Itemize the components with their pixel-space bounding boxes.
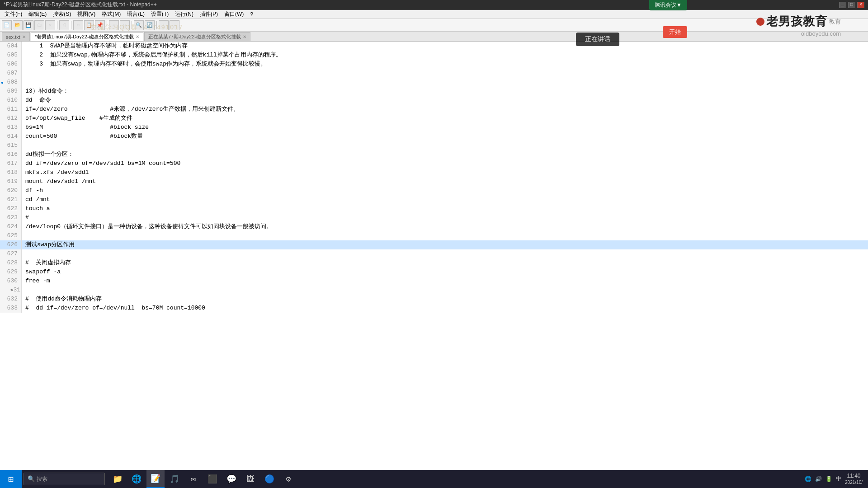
line-619: 619 mount /dev/sdd1 /mnt	[0, 177, 868, 186]
line-num-613: 613	[0, 123, 22, 132]
line-633: 633 # dd if=/dev/zero of=/dev/null bs=70…	[0, 304, 868, 313]
menu-run[interactable]: 运行(N)	[172, 9, 196, 19]
line-624: 624 /dev/loop0（循环文件接口）是一种伪设备，这种设备使得文件可以如…	[0, 222, 868, 231]
line-627: 627	[0, 249, 868, 258]
taskbar-app-media[interactable]: 🎵	[165, 470, 184, 488]
line-620: 620 df -h	[0, 186, 868, 195]
line-num-605: 605	[0, 51, 22, 60]
line-content-619: mount /dev/sdd1 /mnt	[22, 177, 868, 186]
tab-main[interactable]: *老男孩Linux7期-Day22-磁盘分区格式化挂载 ✕	[31, 32, 143, 41]
minimize-btn[interactable]: _	[839, 2, 846, 8]
taskbar-app-ie[interactable]: 🔵	[260, 470, 278, 488]
toolbar-close[interactable]: ✕	[45, 20, 55, 30]
toolbar-cut[interactable]: ✂	[73, 20, 83, 30]
line-626: 626 测试swap分区作用	[0, 240, 868, 249]
line-num-614: 614	[0, 132, 22, 141]
menu-language[interactable]: 语言(L)	[124, 9, 147, 19]
menu-settings[interactable]: 设置(T)	[148, 9, 171, 19]
taskbar-app-notepad[interactable]: 📝	[146, 470, 165, 488]
line-num-623: 623	[0, 213, 22, 222]
close-btn[interactable]: ×	[857, 2, 864, 8]
menu-file[interactable]: 文件(F)	[2, 9, 25, 19]
taskbar-search-icon: 🔍	[28, 475, 35, 483]
line-628: 628 # 关闭虚拟内存	[0, 258, 868, 267]
line-632: 632 # 使用dd命令消耗物理内存	[0, 295, 868, 304]
taskbar-app-photos[interactable]: 🖼	[241, 470, 259, 488]
editor-area[interactable]: 604 1 SWAP是当物理内存不够时，临时将磁盘空间作为内存 605 2 如果…	[0, 42, 868, 475]
start-button[interactable]: 开始	[663, 26, 687, 38]
toolbar-open[interactable]: 📂	[13, 20, 23, 30]
line-content-610: dd 命令	[22, 96, 868, 105]
taskbar-clock: 11:40 2021/10/	[845, 472, 863, 486]
line-content-614: count=500 #block数量	[22, 132, 868, 141]
line-630: 630 free -m	[0, 277, 868, 286]
line-num-622: 622	[0, 204, 22, 213]
tab-other-label: 正在某某77期-Day22-磁盘分区格式化挂载	[148, 33, 241, 40]
tencent-meeting-bar[interactable]: 腾讯会议▼	[649, 0, 687, 10]
line-num-607: 607	[0, 69, 22, 78]
tab-sex-close[interactable]: ✕	[22, 34, 26, 39]
menu-help[interactable]: ?	[247, 10, 256, 19]
line-614: 614 count=500 #block数量	[0, 132, 868, 141]
line-content-622: touch a	[22, 204, 868, 213]
clock-time: 11:40	[845, 472, 863, 480]
tab-main-label: *老男孩Linux7期-Day22-磁盘分区格式化挂载	[35, 33, 134, 40]
line-content-612: of=/opt/swap_file #生成的文件	[22, 114, 868, 123]
tab-bar: sex.txt ✕ *老男孩Linux7期-Day22-磁盘分区格式化挂载 ✕ …	[0, 32, 868, 42]
line-content-630: free -m	[22, 277, 868, 286]
menu-format[interactable]: 格式(M)	[99, 9, 123, 19]
line-content-626: 测试swap分区作用	[22, 240, 868, 249]
taskbar-app-chat[interactable]: 💬	[222, 470, 241, 488]
brand-dot	[756, 18, 764, 26]
tab-other-close[interactable]: ✕	[243, 34, 246, 39]
tray-lang[interactable]: 中	[836, 475, 841, 483]
line-num-609: 609	[0, 87, 22, 96]
menu-edit[interactable]: 编辑(E)	[26, 9, 49, 19]
line-605: 605 2 如果没有swap,物理内存不够，系统会启用保护机制，然后kill掉某…	[0, 51, 868, 60]
line-num-624: 624	[0, 222, 22, 231]
taskbar-app-terminal[interactable]: ⬛	[203, 470, 222, 488]
tab-sex-label: sex.txt	[6, 34, 20, 40]
sep1	[57, 21, 57, 29]
menu-plugins[interactable]: 插件(P)	[197, 9, 221, 19]
taskbar-app-extra[interactable]: ⚙	[279, 470, 297, 488]
toolbar-save[interactable]: 💾	[24, 20, 33, 30]
taskbar-app-file[interactable]: 📁	[108, 470, 127, 488]
menu-view[interactable]: 视图(V)	[75, 9, 98, 19]
line-content-620: df -h	[22, 186, 868, 195]
tray-battery: 🔋	[826, 476, 832, 482]
line-content-632: # 使用dd命令消耗物理内存	[22, 295, 868, 304]
start-menu-btn[interactable]: ⊞	[0, 470, 22, 488]
toolbar-save-all[interactable]: 🗂	[34, 20, 44, 30]
toolbar-print[interactable]: 🖨	[59, 20, 69, 30]
line-content-623: #	[22, 213, 868, 222]
line-num-619: 619	[0, 177, 22, 186]
taskbar: ⊞ 🔍 搜索 📁 🌐 📝 🎵 ✉ ⬛ 💬 🖼 🔵 ⚙ 🌐 🔊 🔋 中 11:40…	[0, 470, 868, 488]
line-content-618: mkfs.xfs /dev/sdd1	[22, 168, 868, 177]
brand-tagline: 教育	[829, 18, 841, 26]
brand-url: oldboyedu.com	[801, 30, 841, 37]
line-num-626: 626	[0, 240, 22, 249]
tencent-meeting-label: 腾讯会议▼	[655, 2, 682, 8]
toolbar-new[interactable]: 📄	[2, 20, 12, 30]
taskbar-search-box[interactable]: 🔍 搜索	[24, 473, 105, 485]
qq-watermark: 交流学习QQ群: 417491017	[90, 23, 184, 32]
window-controls[interactable]: _ □ ×	[839, 2, 864, 8]
line-615: 615	[0, 141, 868, 150]
tab-main-close[interactable]: ✕	[136, 34, 139, 39]
line-num-629: 629	[0, 267, 22, 277]
maximize-btn[interactable]: □	[848, 2, 855, 8]
line-content-628: # 关闭虚拟内存	[22, 258, 868, 267]
tab-sex[interactable]: sex.txt ✕	[2, 32, 30, 41]
line-623: 623 #	[0, 213, 868, 222]
line-num-632: 632	[0, 295, 22, 304]
taskbar-app-browser[interactable]: 🌐	[127, 470, 146, 488]
line-content-629: swapoff -a	[22, 267, 868, 277]
menu-window[interactable]: 窗口(W)	[222, 9, 246, 19]
tab-other[interactable]: 正在某某77期-Day22-磁盘分区格式化挂载 ✕	[144, 32, 250, 41]
line-num-630: 630	[0, 277, 22, 286]
line-num-618: 618	[0, 168, 22, 177]
menu-search[interactable]: 搜索(S)	[50, 9, 74, 19]
line-616: 616 dd模拟一个分区：	[0, 150, 868, 159]
taskbar-app-email[interactable]: ✉	[184, 470, 203, 488]
